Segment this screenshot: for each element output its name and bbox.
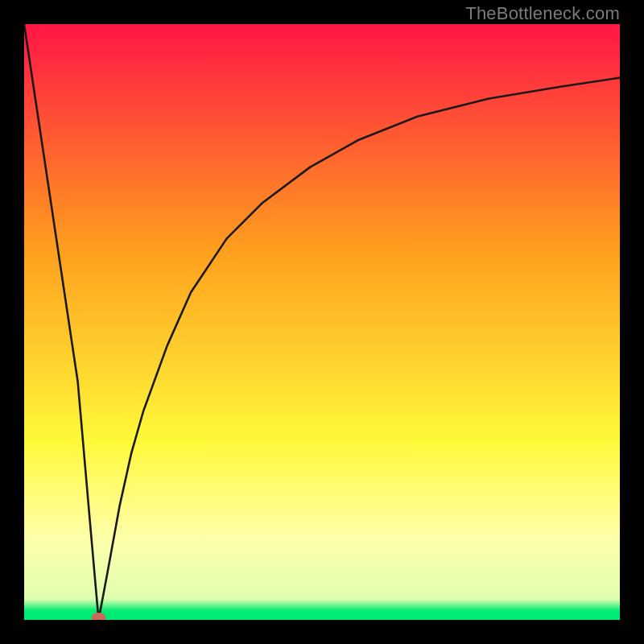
watermark-text: TheBottleneck.com xyxy=(465,3,620,24)
bottleneck-curve xyxy=(24,24,620,620)
minimum-marker-icon xyxy=(92,613,106,620)
plot-area xyxy=(24,24,620,620)
curve-layer xyxy=(24,24,620,620)
chart-frame: TheBottleneck.com xyxy=(0,0,644,644)
